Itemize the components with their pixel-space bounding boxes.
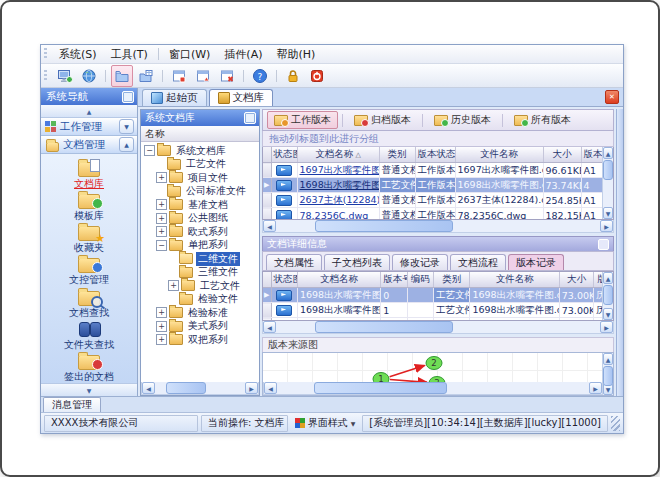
chevron-up-icon[interactable]: ▲ [119, 137, 134, 152]
scroll-left-arrow[interactable]: ◀ [263, 220, 276, 232]
menu-item[interactable]: 系统(S) [52, 46, 104, 63]
tree-node-label[interactable]: 系统文档库 [174, 144, 228, 158]
pin-icon[interactable] [122, 91, 134, 103]
message-management-tab[interactable]: 消息管理 [43, 397, 101, 412]
column-header[interactable]: 类别 [379, 147, 415, 163]
sidebar-item-favorites[interactable]: ★收藏夹 [41, 222, 137, 254]
tree-node[interactable]: +检验标准 [141, 306, 259, 320]
column-header[interactable]: 版本状态 [415, 147, 455, 163]
scroll-thumb[interactable] [603, 366, 613, 386]
column-header[interactable]: 大小 [543, 147, 581, 163]
expand-icon[interactable]: + [156, 226, 167, 237]
scroll-track[interactable] [603, 365, 613, 383]
table-row[interactable]: 78.2356C.dwg普通文档工作版本78.2356C.dwg182.15KB… [263, 208, 614, 221]
version-node-2[interactable]: 2 [426, 357, 442, 370]
version-button-3[interactable]: 所有版本 [507, 111, 578, 129]
tree-node[interactable]: +公共图纸 [141, 212, 259, 226]
close-window-icon[interactable] [216, 65, 238, 87]
tree-node-label[interactable]: 基准文档 [186, 198, 230, 212]
tree-node[interactable]: +工艺文件 [141, 279, 259, 293]
scroll-track[interactable] [603, 284, 613, 308]
detail-tab[interactable]: 版本记录 [508, 254, 564, 270]
tree-node[interactable]: 工艺文件 [141, 158, 259, 172]
scroll-left-arrow[interactable]: ◀ [142, 382, 155, 394]
version-button-1[interactable]: 归档版本 [347, 111, 418, 129]
tree-node-label[interactable]: 工艺文件 [184, 157, 228, 171]
column-header[interactable]: 文档名称 △ [297, 147, 379, 163]
scroll-up-arrow[interactable]: ▲ [603, 147, 613, 159]
detail-tab[interactable]: 文档属性 [266, 254, 322, 270]
scroll-track[interactable] [155, 382, 245, 394]
scroll-thumb[interactable] [315, 321, 453, 333]
tree-node-label[interactable]: 项目文件 [186, 171, 230, 185]
table-row[interactable]: ▶1698出水嘴零件图.dwg0工艺文件1698出水嘴零件图.dwg73.00K… [263, 288, 614, 303]
tree-node[interactable]: 三维文件 [141, 266, 259, 280]
column-header[interactable]: 版本号 [381, 272, 407, 288]
scroll-thumb[interactable] [603, 285, 613, 305]
tree-node-label[interactable]: 二维文件 [196, 252, 240, 266]
column-header[interactable]: 大小 [559, 272, 594, 288]
close-tab-button[interactable]: ✕ [605, 90, 619, 104]
tree-node[interactable]: 检验文件 [141, 293, 259, 307]
tree-node[interactable]: +双把系列 [141, 333, 259, 347]
tree-node-label[interactable]: 工艺文件 [198, 279, 242, 293]
tree-node[interactable]: 二维文件 [141, 252, 259, 266]
help-icon[interactable]: ? [249, 65, 271, 87]
tree-node-label[interactable]: 美式系列 [186, 319, 230, 333]
new-window-icon[interactable] [168, 65, 190, 87]
sidebar-item-doc-control[interactable]: 文控管理 [41, 254, 137, 286]
library-view-icon[interactable] [135, 65, 157, 87]
scroll-track[interactable] [276, 220, 600, 232]
cell-name[interactable]: 78.2356C.dwg [297, 208, 379, 221]
scroll-track[interactable] [603, 159, 613, 207]
chevron-down-icon[interactable]: ▼ [119, 119, 134, 134]
menu-item[interactable]: 帮助(H) [269, 46, 322, 63]
scroll-up-arrow[interactable]: ▲ [603, 353, 613, 365]
scroll-track[interactable] [277, 382, 589, 394]
scroll-thumb[interactable] [315, 220, 453, 232]
tree-node[interactable]: +基准文档 [141, 198, 259, 212]
table-horizontal-scrollbar[interactable]: ◀▶ [262, 321, 614, 334]
column-header[interactable]: 文档名称 [297, 272, 380, 288]
tree-node-label[interactable]: 检验标准 [186, 306, 230, 320]
menu-item[interactable]: 工具(T) [104, 46, 155, 63]
tree-column-header[interactable]: 名称 [141, 126, 259, 142]
column-header[interactable]: 文件名称 [470, 272, 559, 288]
document-library-icon[interactable] [111, 65, 133, 87]
tree-node[interactable]: +美式系列 [141, 320, 259, 334]
scroll-left-arrow[interactable]: ◀ [264, 382, 277, 394]
expand-icon[interactable]: + [156, 334, 167, 345]
table-vertical-scrollbar[interactable]: ▲▼ [602, 147, 613, 219]
sidebar-scroll-up[interactable]: ▲ [41, 105, 137, 118]
sidebar-item-checked-out[interactable]: 签出的文档 [41, 351, 137, 383]
exit-icon[interactable] [306, 65, 328, 87]
resize-grip[interactable] [611, 416, 620, 431]
detail-tab[interactable]: 修改记录 [392, 254, 448, 270]
table-row[interactable]: 2637主体(12284).dwg普通文档工作版本2637主体(12284).d… [263, 193, 614, 208]
tree-node[interactable]: 公司标准文件 [141, 185, 259, 199]
tree-node[interactable]: −单把系列 [141, 239, 259, 253]
sidebar-section-work-management[interactable]: 工作管理 ▼ [41, 118, 137, 136]
tab-document-library[interactable]: 文档库 [209, 89, 274, 106]
column-header[interactable]: 类别 [433, 272, 470, 288]
table-row[interactable]: 1698出水嘴零件图.dwg1工艺文件1698出水嘴零件图.dwg73.00KB… [263, 303, 614, 318]
scroll-right-arrow[interactable]: ▶ [600, 220, 613, 232]
table-row[interactable]: 1697出水嘴零件图.dwg普通文档工作版本1697出水嘴零件图.dwg96.6… [263, 163, 614, 178]
tree-node-label[interactable]: 双把系列 [186, 333, 230, 347]
scroll-down-arrow[interactable]: ▼ [603, 308, 613, 320]
version-button-2[interactable]: 历史版本 [427, 111, 498, 129]
table-vertical-scrollbar[interactable]: ▲▼ [602, 272, 613, 320]
scroll-thumb[interactable] [314, 382, 447, 394]
column-header[interactable]: 版本号 [581, 147, 603, 163]
sidebar-scroll-down[interactable]: ▼ [41, 383, 137, 396]
expand-icon[interactable]: + [156, 307, 167, 318]
version-button-0[interactable]: 工作版本 [267, 111, 338, 129]
desktop-icon[interactable] [54, 65, 76, 87]
collapse-icon[interactable]: − [144, 145, 155, 156]
collapse-panel-button[interactable] [598, 239, 609, 250]
sidebar-item-folder-search[interactable]: 文件夹查找 [41, 319, 137, 351]
tree-node-label[interactable]: 欧式系列 [186, 225, 230, 239]
column-header[interactable]: 编码 [407, 272, 433, 288]
expand-icon[interactable]: + [156, 213, 167, 224]
refresh-window-icon[interactable] [192, 65, 214, 87]
